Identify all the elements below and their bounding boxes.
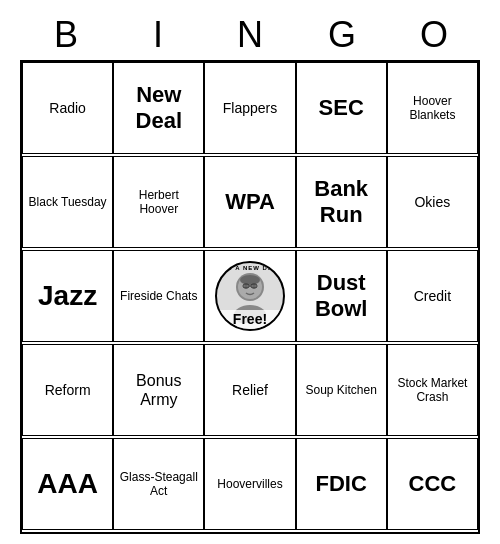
cell-text-11: Fireside Chats	[120, 289, 197, 303]
bingo-cell-18: Soup Kitchen	[296, 344, 387, 436]
cell-text-14: Credit	[414, 288, 451, 305]
bingo-cell-23: FDIC	[296, 438, 387, 530]
bingo-cell-22: Hoovervilles	[204, 438, 295, 530]
bingo-cell-11: Fireside Chats	[113, 250, 204, 342]
bingo-cell-14: Credit	[387, 250, 478, 342]
bingo-cell-4: Hoover Blankets	[387, 62, 478, 154]
cell-text-20: AAA	[37, 467, 98, 501]
header-i: I	[112, 10, 204, 60]
bingo-cell-15: Reform	[22, 344, 113, 436]
cell-text-16: Bonus Army	[118, 371, 199, 409]
cell-text-13: Dust Bowl	[301, 270, 382, 323]
bingo-cell-17: Relief	[204, 344, 295, 436]
cell-text-17: Relief	[232, 382, 268, 399]
cell-text-6: Herbert Hoover	[118, 188, 199, 217]
cell-text-2: Flappers	[223, 100, 277, 117]
bingo-cell-19: Stock Market Crash	[387, 344, 478, 436]
cell-text-15: Reform	[45, 382, 91, 399]
cell-text-5: Black Tuesday	[29, 195, 107, 209]
free-arc: FOR A NEW DEAL	[217, 265, 283, 272]
cell-text-21: Glass-Steagall Act	[118, 470, 199, 499]
header-g: G	[296, 10, 388, 60]
bingo-cell-10: Jazz	[22, 250, 113, 342]
cell-text-0: Radio	[49, 100, 86, 117]
free-badge: FOR A NEW DEAL Free!	[215, 261, 285, 331]
header-n: N	[204, 10, 296, 60]
cell-text-22: Hoovervilles	[217, 477, 282, 491]
bingo-cell-0: Radio	[22, 62, 113, 154]
bingo-cell-5: Black Tuesday	[22, 156, 113, 248]
cell-text-8: Bank Run	[301, 176, 382, 229]
cell-text-4: Hoover Blankets	[392, 94, 473, 123]
bingo-cell-20: AAA	[22, 438, 113, 530]
bingo-cell-1: New Deal	[113, 62, 204, 154]
cell-text-19: Stock Market Crash	[392, 376, 473, 405]
cell-text-18: Soup Kitchen	[306, 383, 377, 397]
header-b: B	[20, 10, 112, 60]
cell-text-24: CCC	[409, 471, 457, 497]
bingo-cell-6: Herbert Hoover	[113, 156, 204, 248]
bingo-cell-2: Flappers	[204, 62, 295, 154]
bingo-cell-12: FOR A NEW DEAL Free!	[204, 250, 295, 342]
bingo-cell-24: CCC	[387, 438, 478, 530]
cell-text-7: WPA	[225, 189, 275, 215]
svg-point-5	[240, 275, 260, 285]
bingo-cell-13: Dust Bowl	[296, 250, 387, 342]
bingo-header: B I N G O	[20, 10, 480, 60]
bingo-cell-8: Bank Run	[296, 156, 387, 248]
cell-text-3: SEC	[319, 95, 364, 121]
header-o: O	[388, 10, 480, 60]
bingo-cell-3: SEC	[296, 62, 387, 154]
bingo-cell-21: Glass-Steagall Act	[113, 438, 204, 530]
cell-text-9: Okies	[414, 194, 450, 211]
cell-text-10: Jazz	[38, 279, 97, 313]
free-text: Free!	[217, 310, 283, 329]
cell-text-1: New Deal	[118, 82, 199, 135]
bingo-cell-16: Bonus Army	[113, 344, 204, 436]
cell-text-23: FDIC	[316, 471, 367, 497]
bingo-cell-9: Okies	[387, 156, 478, 248]
bingo-grid: RadioNew DealFlappersSECHoover BlanketsB…	[20, 60, 480, 534]
bingo-cell-7: WPA	[204, 156, 295, 248]
